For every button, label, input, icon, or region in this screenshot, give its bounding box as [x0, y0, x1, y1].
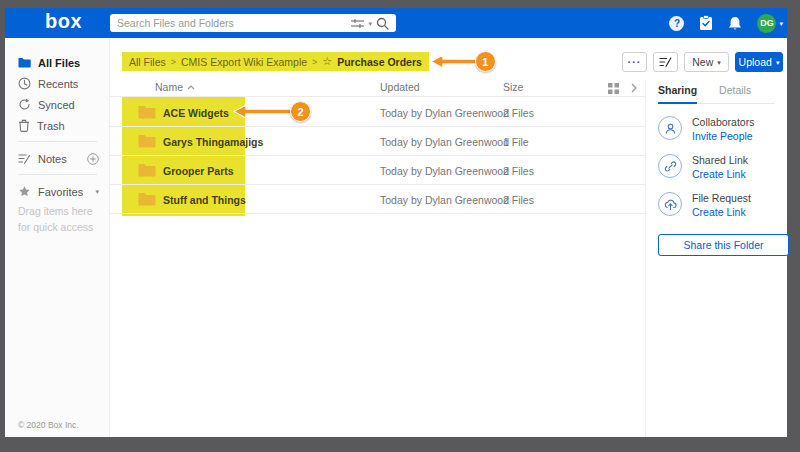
folder-updated: Today by Dylan Greenwood [380, 107, 509, 119]
add-note-icon[interactable] [87, 153, 99, 165]
sidebar-divider [18, 174, 97, 175]
annotation-2: 2 [233, 101, 311, 122]
search-bar[interactable]: ▾ [110, 14, 396, 32]
create-shared-link[interactable]: Create Link [692, 168, 748, 180]
sharing-panel: Sharing Details Collaborators Invite Peo… [645, 80, 787, 437]
favorites-drop-hint: Drag items here for quick access [18, 204, 98, 236]
share-this-folder-button[interactable]: Share this Folder [658, 234, 789, 256]
screenshot-frame: box ▾ ? DG [0, 0, 800, 452]
top-navigation-bar: box ▾ ? DG [5, 8, 787, 38]
upload-button[interactable]: Upload ▾ [735, 52, 783, 72]
shared-link-title: Shared Link [692, 154, 748, 166]
sidebar-item-label: Recents [38, 78, 78, 90]
notes-pen-icon [659, 56, 672, 68]
annotation-arrow-2 [233, 101, 293, 122]
link-icon [658, 154, 682, 178]
sidebar: All Files Recents Synced Trash Note [5, 38, 110, 437]
folder-icon [138, 163, 156, 177]
sidebar-item-favorites[interactable]: Favorites ▾ [18, 183, 109, 200]
avatar[interactable]: DG [757, 14, 776, 33]
notifications-bell-icon[interactable] [728, 16, 742, 31]
folder-name: Grooper Parts [163, 165, 234, 177]
sidebar-item-all-files[interactable]: All Files [18, 54, 109, 71]
tasks-icon[interactable] [699, 15, 713, 31]
column-header-size[interactable]: Size [503, 81, 523, 93]
breadcrumb-all-files[interactable]: All Files [129, 56, 166, 68]
search-input[interactable] [117, 17, 347, 29]
folder-icon [138, 134, 156, 148]
breadcrumb-separator: > [171, 57, 176, 67]
notes-icon [18, 153, 31, 165]
folder-size: 2 Files [503, 194, 534, 206]
person-icon [658, 116, 682, 140]
folder-icon [18, 57, 31, 68]
column-header-updated[interactable]: Updated [380, 81, 420, 93]
panel-tabs: Sharing Details [658, 84, 775, 104]
create-file-request-link[interactable]: Create Link [692, 206, 751, 218]
folder-name: ACE Widgets [163, 107, 229, 119]
open-notes-button[interactable] [653, 52, 678, 72]
annotation-badge-1: 1 [475, 51, 496, 72]
new-button-label: New [692, 56, 713, 68]
folder-name: Garys Thingamajigs [163, 136, 263, 148]
grid-view-icon[interactable] [608, 83, 619, 94]
sort-ascending-icon [187, 85, 195, 90]
sidebar-item-label: Notes [38, 153, 67, 165]
folder-actions-toolbar: ··· New ▾ Upload ▾ [622, 52, 783, 72]
file-request-title: File Request [692, 192, 751, 204]
folder-updated: Today by Dylan Greenwood [380, 136, 509, 148]
annotation-arrow-1 [430, 51, 478, 72]
sidebar-item-synced[interactable]: Synced [18, 96, 109, 113]
sync-icon [18, 98, 31, 111]
folder-updated: Today by Dylan Greenwood [380, 194, 509, 206]
new-button[interactable]: New ▾ [684, 52, 729, 72]
account-menu[interactable]: DG ▾ [757, 14, 783, 33]
sidebar-item-label: All Files [38, 57, 80, 69]
search-filter-caret-icon[interactable]: ▾ [368, 20, 372, 27]
folder-row-ace-widgets[interactable]: ACE Widgets Today by Dylan Greenwood 2 F… [110, 98, 645, 127]
shared-link-section: Shared Link Create Link [658, 154, 775, 180]
tab-sharing[interactable]: Sharing [658, 84, 697, 104]
topbar-actions: ? DG ▾ [669, 8, 783, 38]
clock-icon [18, 77, 31, 90]
trash-icon [18, 119, 30, 132]
folder-size: 2 Files [503, 107, 534, 119]
column-name-label: Name [155, 81, 183, 93]
folder-updated: Today by Dylan Greenwood [380, 165, 509, 177]
breadcrumb-separator: > [312, 57, 317, 67]
box-logo[interactable]: box [45, 10, 82, 33]
help-icon[interactable]: ? [669, 16, 684, 31]
sidebar-item-recents[interactable]: Recents [18, 75, 109, 92]
more-options-button[interactable]: ··· [622, 52, 647, 72]
invite-people-link[interactable]: Invite People [692, 130, 754, 142]
sidebar-item-trash[interactable]: Trash [18, 117, 109, 134]
folder-row-grooper-parts[interactable]: Grooper Parts Today by Dylan Greenwood 2… [110, 156, 645, 185]
tab-details[interactable]: Details [719, 84, 751, 103]
collaborators-section: Collaborators Invite People [658, 116, 775, 142]
favorites-caret-icon[interactable]: ▾ [95, 188, 99, 195]
column-header-name[interactable]: Name [155, 81, 195, 93]
collapse-panel-chevron-icon[interactable] [631, 83, 637, 93]
star-icon [18, 185, 31, 198]
search-icon[interactable] [376, 17, 389, 30]
account-caret-icon: ▾ [779, 20, 783, 27]
collaborators-title: Collaborators [692, 116, 754, 128]
sidebar-item-label: Synced [38, 99, 75, 111]
folder-size: 1 File [503, 136, 529, 148]
box-app-window: box ▾ ? DG [5, 8, 787, 437]
app-body: All Files Recents Synced Trash Note [5, 38, 787, 437]
favorite-star-icon[interactable]: ☆ [322, 55, 332, 68]
folder-row-garys-thingamajigs[interactable]: Garys Thingamajigs Today by Dylan Greenw… [110, 127, 645, 156]
folder-row-stuff-and-things[interactable]: Stuff and Things Today by Dylan Greenwoo… [110, 185, 645, 214]
breadcrumb-cmis-export[interactable]: CMIS Export Wiki Example [181, 56, 307, 68]
upload-button-label: Upload [739, 56, 772, 68]
sidebar-item-label: Favorites [38, 186, 83, 198]
folder-size: 2 Files [503, 165, 534, 177]
sidebar-item-notes[interactable]: Notes [18, 150, 109, 167]
file-list: ACE Widgets Today by Dylan Greenwood 2 F… [110, 98, 645, 214]
upload-icon [658, 192, 682, 216]
breadcrumb-zone: All Files > CMIS Export Wiki Example > ☆… [122, 51, 496, 72]
folder-name: Stuff and Things [163, 194, 246, 206]
breadcrumb-current-folder: Purchase Orders [337, 56, 422, 68]
search-filter-icon[interactable] [351, 18, 364, 29]
